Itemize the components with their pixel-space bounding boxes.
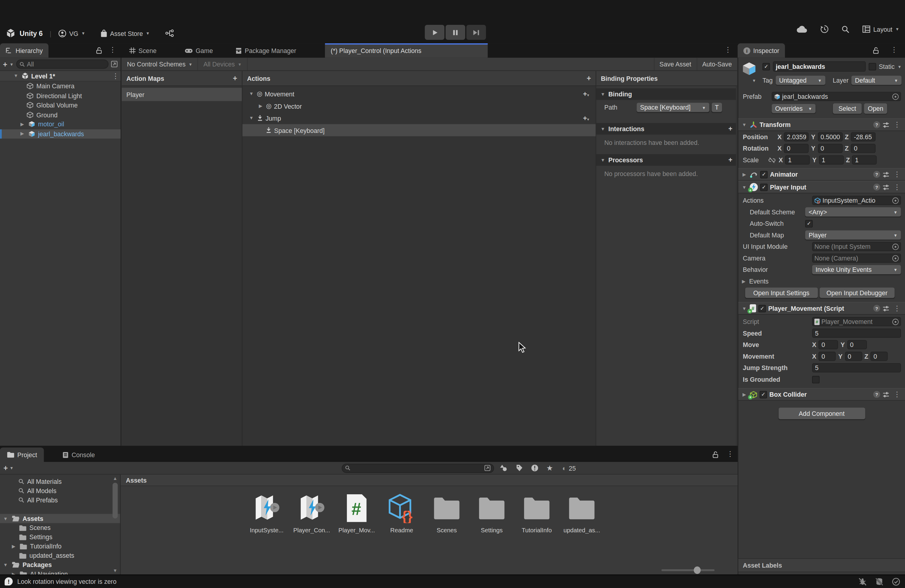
inspector-menu-kebab-icon[interactable]: ⋮ bbox=[889, 46, 899, 53]
search-by-type-icon[interactable] bbox=[500, 464, 508, 472]
account-menu[interactable]: VG ▼ bbox=[58, 29, 85, 37]
hierarchy-item[interactable]: Directional Light bbox=[0, 91, 121, 100]
object-picker-icon[interactable] bbox=[892, 255, 899, 261]
movement-y-field[interactable]: 0 bbox=[845, 352, 862, 361]
project-menu-kebab-icon[interactable]: ⋮ bbox=[725, 450, 735, 457]
hierarchy-item[interactable]: Main Camera bbox=[0, 81, 121, 91]
box-collider-enabled-checkbox[interactable]: ✓ bbox=[760, 391, 767, 398]
link-off-icon[interactable] bbox=[768, 157, 776, 163]
help-icon[interactable]: ? bbox=[873, 121, 880, 128]
scale-z-field[interactable]: 1 bbox=[852, 156, 877, 165]
foldout-closed-icon[interactable]: ▶ bbox=[741, 392, 747, 397]
asset-item[interactable]: TutorialInfo bbox=[515, 492, 559, 534]
tab-input-actions[interactable]: (*) Player_Control (Input Actions bbox=[325, 43, 488, 58]
pause-button[interactable] bbox=[446, 25, 465, 40]
foldout-open-icon[interactable]: ▼ bbox=[2, 562, 9, 567]
scroll-up-icon[interactable]: ▲ bbox=[112, 476, 118, 481]
favorites-star-icon[interactable]: ★ bbox=[546, 464, 553, 472]
foldout-closed-icon[interactable]: ▶ bbox=[741, 172, 747, 177]
object-picker-icon[interactable] bbox=[892, 93, 899, 99]
tab-project[interactable]: Project bbox=[0, 448, 44, 462]
prefab-object-field[interactable]: jearl_backwards bbox=[772, 92, 901, 101]
component-menu-kebab-icon[interactable]: ⋮ bbox=[892, 184, 902, 191]
tab-inspector[interactable]: i Inspector bbox=[738, 43, 785, 58]
asset-item[interactable]: Player_Con... bbox=[290, 492, 334, 534]
actions-object-field[interactable]: {} InputSystem_Actio bbox=[812, 196, 901, 205]
move-x-field[interactable]: 0 bbox=[819, 340, 838, 350]
animator-enabled-checkbox[interactable]: ✓ bbox=[760, 171, 768, 178]
player-movement-component-header[interactable]: ▼ # + ✓ Player_Movement (Script ? ⋮ bbox=[738, 302, 905, 315]
hierarchy-search-input[interactable]: All bbox=[16, 60, 108, 69]
scene-header-row[interactable]: ▼ Level 1* ⋮ bbox=[0, 71, 121, 81]
transform-component-header[interactable]: ▼ Transform ? ⋮ bbox=[738, 118, 905, 131]
chevron-down-icon[interactable]: ▼ bbox=[897, 64, 902, 68]
object-picker-icon[interactable] bbox=[892, 243, 899, 250]
add-action-button[interactable]: + bbox=[587, 75, 591, 82]
movement-z-field[interactable]: 0 bbox=[870, 352, 888, 361]
add-binding-button[interactable]: +▼ bbox=[583, 114, 590, 122]
favorite-all-models[interactable]: All Models bbox=[0, 486, 120, 496]
pick-window-icon[interactable] bbox=[484, 465, 490, 471]
behavior-dropdown[interactable]: Invoke Unity Events▼ bbox=[812, 265, 901, 274]
search-icon[interactable] bbox=[841, 25, 849, 33]
scale-x-field[interactable]: 1 bbox=[785, 156, 810, 165]
foldout-closed-icon[interactable]: ▶ bbox=[740, 279, 747, 284]
select-button[interactable]: Select bbox=[833, 103, 862, 114]
hierarchy-item-prefab-selected[interactable]: ▶ jearl_backwards bbox=[0, 129, 121, 138]
action-row-jump[interactable]: ▼ Jump +▼ bbox=[243, 112, 595, 124]
position-x-field[interactable]: 2.0359 bbox=[784, 132, 809, 141]
object-picker-icon[interactable] bbox=[892, 197, 899, 203]
presets-icon[interactable] bbox=[883, 171, 889, 178]
lock-icon[interactable] bbox=[712, 451, 719, 458]
open-input-debugger-button[interactable]: Open Input Debugger bbox=[819, 288, 895, 298]
hierarchy-item[interactable]: Global Volume bbox=[0, 100, 121, 110]
is-grounded-checkbox[interactable] bbox=[812, 376, 820, 383]
add-interaction-button[interactable]: + bbox=[729, 126, 733, 132]
animator-component-header[interactable]: ▶ ✓ Animator ? ⋮ bbox=[738, 168, 905, 181]
tag-dropdown[interactable]: Untagged▼ bbox=[776, 76, 826, 85]
open-input-settings-button[interactable]: Open Input Settings bbox=[745, 288, 818, 298]
asset-item[interactable]: # Player_Mov... bbox=[335, 492, 379, 534]
debugger-disabled-icon[interactable] bbox=[858, 577, 867, 586]
add-binding-button[interactable]: +▼ bbox=[583, 91, 590, 97]
chevron-down-icon[interactable]: ▼ bbox=[10, 466, 13, 470]
tab-scene[interactable]: Scene bbox=[124, 43, 162, 58]
lock-icon[interactable] bbox=[873, 47, 879, 54]
favorite-all-prefabs[interactable]: All Prefabs bbox=[0, 496, 120, 505]
foldout-open-icon[interactable]: ▼ bbox=[13, 73, 19, 78]
component-menu-kebab-icon[interactable]: ⋮ bbox=[892, 391, 902, 398]
path-dropdown[interactable]: Space [Keyboard] ▼ bbox=[637, 103, 709, 112]
foldout-open-icon[interactable]: ▼ bbox=[741, 306, 747, 311]
asset-item[interactable]: Scenes bbox=[425, 492, 468, 534]
jump-strength-field[interactable]: 5 bbox=[812, 363, 901, 372]
center-menu-kebab-icon[interactable]: ⋮ bbox=[723, 46, 733, 53]
control-schemes-dropdown[interactable]: No Control Schemes ▼ bbox=[122, 58, 198, 70]
foldout-open-icon[interactable]: ▼ bbox=[741, 184, 747, 189]
auto-save-toggle[interactable]: Auto-Save bbox=[696, 58, 737, 70]
activity-ok-icon[interactable] bbox=[892, 577, 900, 586]
presets-icon[interactable] bbox=[883, 122, 889, 128]
rotation-y-field[interactable]: 0 bbox=[818, 144, 843, 153]
action-row-movement[interactable]: ▼ ◎ Movement +▼ bbox=[243, 88, 595, 100]
tab-package-manager[interactable]: Package Manager bbox=[230, 43, 302, 58]
add-component-button[interactable]: Add Component bbox=[778, 408, 865, 420]
help-icon[interactable]: ? bbox=[873, 305, 880, 311]
player-input-enabled-checkbox[interactable]: ✓ bbox=[760, 183, 768, 191]
status-message[interactable]: Look rotation viewing vector is zero bbox=[17, 578, 116, 585]
position-y-field[interactable]: 0.5000 bbox=[818, 132, 843, 141]
tree-item-updated-assets[interactable]: updated_assets bbox=[0, 551, 120, 560]
devices-dropdown[interactable]: All Devices ▼ bbox=[198, 58, 248, 70]
help-icon[interactable]: ? bbox=[873, 184, 880, 191]
version-control-icon[interactable] bbox=[165, 29, 174, 37]
asset-item[interactable]: Settings bbox=[470, 492, 514, 534]
help-icon[interactable]: ? bbox=[873, 171, 880, 178]
asset-item[interactable]: {} Readme bbox=[380, 492, 424, 534]
visibility-eye-icon[interactable]: ◐ bbox=[562, 464, 567, 472]
static-checkbox[interactable] bbox=[868, 63, 876, 70]
position-z-field[interactable]: -28.65 bbox=[851, 132, 876, 141]
foldout-open-icon[interactable]: ▼ bbox=[2, 516, 9, 521]
foldout-closed-icon[interactable]: ▶ bbox=[19, 122, 25, 127]
foldout-closed-icon[interactable]: ▶ bbox=[257, 103, 264, 108]
action-map-row[interactable]: Player bbox=[122, 88, 242, 101]
add-action-map-button[interactable]: + bbox=[233, 75, 237, 82]
